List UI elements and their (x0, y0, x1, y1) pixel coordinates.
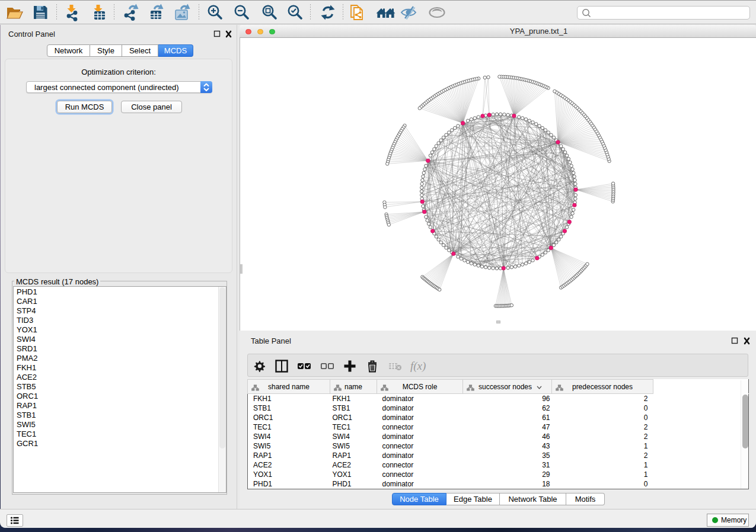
svg-text:f(x): f(x) (410, 360, 426, 373)
